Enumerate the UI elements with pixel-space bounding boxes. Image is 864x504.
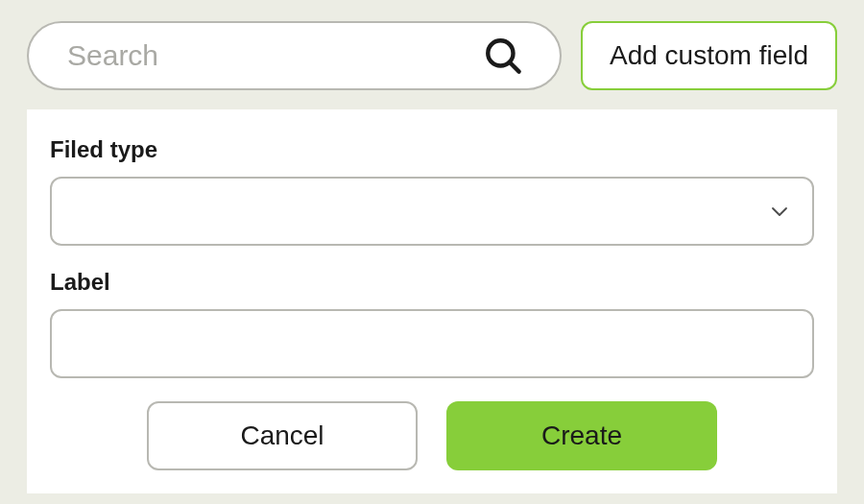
label-field-label: Label bbox=[50, 269, 814, 296]
search-icon bbox=[483, 36, 523, 76]
label-input[interactable] bbox=[50, 309, 814, 378]
field-type-select[interactable] bbox=[50, 177, 814, 246]
custom-field-panel: Filed type Label Cancel Create bbox=[27, 109, 837, 493]
field-type-select-wrap bbox=[50, 177, 814, 246]
search-input[interactable] bbox=[67, 39, 483, 72]
svg-line-1 bbox=[510, 62, 519, 72]
cancel-button[interactable]: Cancel bbox=[147, 401, 418, 470]
add-custom-field-button[interactable]: Add custom field bbox=[581, 21, 837, 90]
action-row: Cancel Create bbox=[50, 401, 814, 470]
label-group: Label bbox=[50, 269, 814, 378]
create-button[interactable]: Create bbox=[446, 401, 717, 470]
top-row: Add custom field bbox=[27, 21, 837, 90]
field-type-group: Filed type bbox=[50, 136, 814, 246]
search-container bbox=[27, 21, 562, 90]
field-type-label: Filed type bbox=[50, 136, 814, 163]
